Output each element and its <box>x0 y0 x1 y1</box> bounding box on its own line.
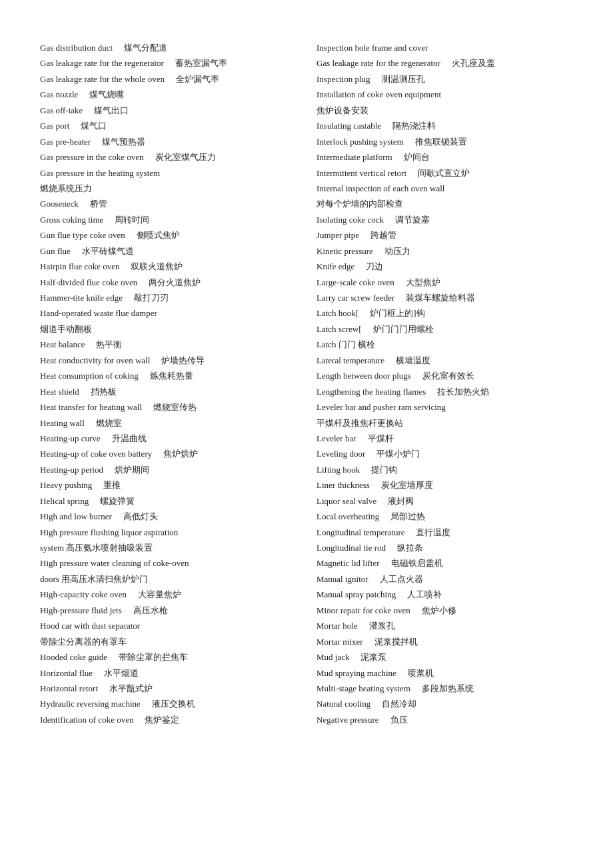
list-item: Interlock pushing system 推焦联锁装置 <box>316 134 573 149</box>
list-item: Gas leakage rate for the whole oven 全炉漏气… <box>40 71 297 87</box>
entry-chinese: 调节旋塞 <box>386 215 430 225</box>
list-item: Insulating castable 隔热浇注料 <box>316 118 573 133</box>
entry-chinese: 高压水枪 <box>125 605 168 615</box>
list-item: Heating-up period 烘炉期间 <box>40 462 297 477</box>
list-item: Large-scale coke oven 大型焦炉 <box>316 275 573 290</box>
entry-english: Local overheating <box>316 511 379 521</box>
entry-english: Horizontal flue <box>40 668 93 678</box>
entry-english: Helical spring <box>40 496 89 506</box>
entry-english: Interlock pushing system <box>316 137 404 147</box>
right-column: Inspection hole frame and coverGas leaka… <box>310 40 573 727</box>
list-item: Mud jack 泥浆泵 <box>316 649 573 665</box>
entry-english: Gas leakage rate for the regenerator <box>40 58 164 68</box>
entry-chinese: 灌浆孔 <box>360 621 395 631</box>
list-item: Gas pressure in the heating system <box>40 165 297 181</box>
list-item: Gas leakage rate for the regenerator 火孔座… <box>316 55 573 71</box>
entry-english: Inspection plug <box>316 74 370 84</box>
list-item: Hammer-tite knife edge 敲打刀刃 <box>40 290 297 305</box>
entry-english: Gooseneck <box>40 199 79 209</box>
entry-english: Hammer-tite knife edge <box>40 293 123 303</box>
list-item: Leveler bar and pusher ram servicing <box>316 399 573 415</box>
entry-english: Mud jack <box>316 652 349 662</box>
entry-english: Half-divided flue coke oven <box>40 277 137 287</box>
list-item: 烟道手动翻板 <box>40 321 297 337</box>
entry-english: Latch screw[ <box>316 324 362 334</box>
list-item: Hood car with dust separator <box>40 618 297 633</box>
entry-english: Minor repair for coke oven <box>316 605 410 615</box>
entry-english: High-pressure fluid jets <box>40 605 122 615</box>
entry-chinese: 喷浆机 <box>399 668 434 678</box>
entry-english: Gun flue <box>40 246 71 256</box>
entry-chinese: 推焦联锁装置 <box>406 137 467 147</box>
entry-chinese: 热平衡 <box>87 339 122 349</box>
entry-english: Manual spray patching <box>316 589 396 599</box>
entry-chinese: 敲打刀刃 <box>125 293 169 303</box>
entry-english: High and low burner <box>40 511 112 521</box>
list-item: Latch screw[ 炉门门门用螺栓 <box>316 321 573 337</box>
entry-english: Lifting hook <box>316 465 360 475</box>
list-item: Multi-stage heating system 多段加热系统 <box>316 681 573 696</box>
list-item: Kinetic pressure 动压力 <box>316 243 573 259</box>
entry-chinese: 火孔座及盖 <box>443 58 495 68</box>
entry-english: Heat balance <box>40 339 85 349</box>
list-item: Mortar mixer 泥浆搅拌机 <box>316 634 573 649</box>
list-item: Gun flue type coke oven 侧喷式焦炉 <box>40 227 297 243</box>
list-item: Internal inspection of each oven wall <box>316 181 573 196</box>
list-item: Gas port 煤气口 <box>40 118 297 133</box>
entry-chinese: 炉门门门用螺栓 <box>364 324 434 334</box>
entry-chinese: 桥管 <box>81 199 107 209</box>
entry-english: Intermittent vertical retort <box>316 168 406 178</box>
list-item: Leveler bar 平煤杆 <box>316 431 573 446</box>
entry-chinese: 平煤杆 <box>359 433 394 443</box>
entry-chinese: 炭化室墙厚度 <box>372 480 433 490</box>
list-item: Heating-up curve 升温曲线 <box>40 431 297 446</box>
entry-chinese: 煤气烧嘴 <box>81 89 124 99</box>
list-item: Mud spraying machine 喷浆机 <box>316 665 573 681</box>
list-item: Negative pressure 负压 <box>316 712 573 727</box>
entry-english: Gross coking time <box>40 215 103 225</box>
list-item: 对每个炉墙的内部检查 <box>316 196 573 211</box>
list-item: Heat balance 热平衡 <box>40 337 297 352</box>
entry-english: Heat shield <box>40 387 79 397</box>
list-item: Gas nozzle 煤气烧嘴 <box>40 87 297 102</box>
entry-chinese: 纵拉条 <box>388 543 423 553</box>
entry-chinese: 侧喷式焦炉 <box>128 230 180 240</box>
entry-english: Heating-up of coke oven battery <box>40 449 152 459</box>
list-item: Gas pressure in the coke oven 炭化室煤气压力 <box>40 149 297 165</box>
list-item: Inspection plug 测温测压孔 <box>316 71 573 87</box>
entry-chinese: 横墙温度 <box>387 355 430 365</box>
entry-chinese: 拉长加热火焰 <box>428 387 489 397</box>
entry-chinese: 炉门框上的]钩 <box>361 308 424 318</box>
list-item: Larry car screw feeder 装煤车螺旋给料器 <box>316 290 573 305</box>
entry-chinese: 螺旋弹簧 <box>91 496 135 506</box>
list-item: Hand-operated waste flue damper <box>40 305 297 321</box>
list-item: High-capacity coke oven 大容量焦炉 <box>40 587 297 602</box>
list-item: system 高压氨水喷射抽吸装置 <box>40 540 297 555</box>
entry-english: Gas nozzle <box>40 89 78 99</box>
list-item: Knife edge 刀边 <box>316 259 573 274</box>
entry-chinese: 炉墙热传导 <box>153 355 205 365</box>
list-item: Gas leakage rate for the regenerator 蓄热室… <box>40 55 297 71</box>
list-item: Gas distribution duct 煤气分配道 <box>40 40 297 55</box>
entry-english: Latch hook[ <box>316 308 358 318</box>
entry-chinese: 水平甑式炉 <box>101 683 153 693</box>
entry-english: Gas pre-heater <box>40 137 91 147</box>
list-item: Latch 门门 横栓 <box>316 337 573 352</box>
entry-english: Multi-stage heating system <box>316 683 410 693</box>
entry-english: Gas leakage rate for the whole oven <box>40 74 165 84</box>
entry-english: Heating-up curve <box>40 433 101 443</box>
entry-chinese: 装煤车螺旋给料器 <box>397 293 475 303</box>
list-item: Gooseneck 桥管 <box>40 196 297 211</box>
entry-chinese: 烘炉期间 <box>106 465 149 475</box>
list-item: Natural cooling 自然冷却 <box>316 696 573 711</box>
entry-english: Lateral temperature <box>316 355 384 365</box>
list-item: Heating wall 燃烧室 <box>40 415 297 431</box>
entry-english: Heat transfer for heating wall <box>40 402 142 412</box>
list-item: Manual ignitor 人工点火器 <box>316 571 573 587</box>
entry-english: Mortar hole <box>316 621 358 631</box>
list-item: Horizontal flue 水平烟道 <box>40 665 297 681</box>
list-item: Intermediate platform 炉间台 <box>316 149 573 165</box>
list-item: Identification of coke oven 焦炉鉴定 <box>40 712 297 727</box>
list-item: Liner thickness 炭化室墙厚度 <box>316 477 573 493</box>
entry-english: Gas port <box>40 121 69 131</box>
